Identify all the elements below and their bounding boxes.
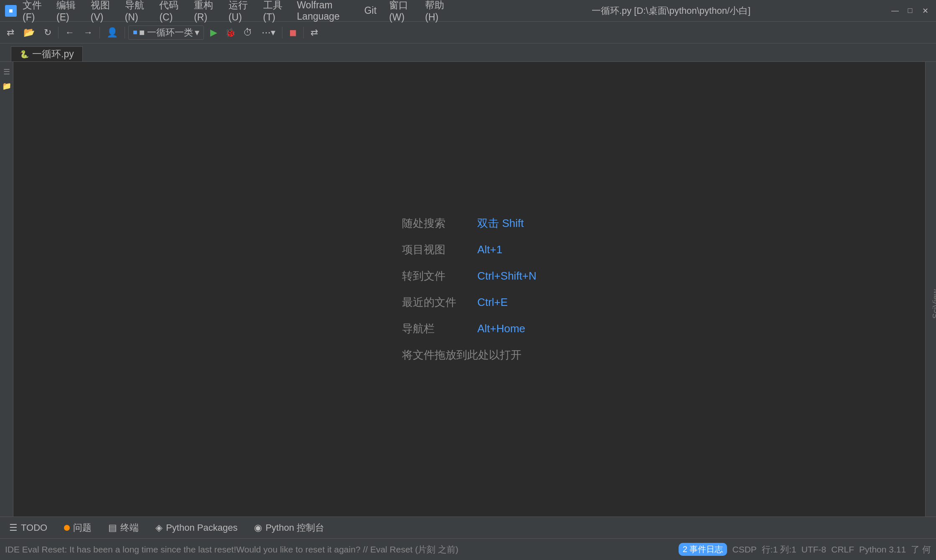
more-run-button[interactable]: ⋯▾ [258,25,279,40]
hint-label: 随处搜索 [402,216,465,231]
menu-item[interactable]: 文件(F) [17,0,50,25]
file-tab-label: 一循环.py [32,48,74,61]
bottom-cursor: 行:1 列:1 [762,544,796,555]
user-button[interactable]: 👤 [103,25,121,40]
status-tab-label: TODO [21,522,47,533]
hint-shortcut[interactable]: Alt+Home [477,322,525,335]
status-tab-label: Python Packages [166,522,237,533]
translate-button[interactable]: ⇄ [307,25,321,40]
hint-row: 将文件拖放到此处以打开 [402,348,537,362]
bottom-line-ending: CRLF [831,545,854,555]
stop-button[interactable]: ◼ [286,25,300,40]
bottom-csdp: CSDP [732,545,756,555]
status-tab-icon: ▤ [108,522,117,533]
menu-item[interactable]: 代码(C) [153,0,187,25]
menu-item[interactable]: Git [359,3,382,18]
toolbar-separator-2 [99,27,100,38]
profile-button[interactable]: ⏱ [240,25,256,40]
menu-bar: 文件(F)编辑(E)视图(V)导航(N)代码(C)重构(R)运行(U)工具(T)… [17,0,453,25]
toolbar-separator-4 [282,27,282,38]
run-config-chevron: ▾ [195,27,199,38]
bottom-bar-right: 2 事件日志 CSDP 行:1 列:1 UTF-8 CRLF Python 3.… [679,543,931,556]
hint-row: 项目视图Alt+1 [402,242,537,257]
menu-item[interactable]: 运行(U) [223,0,257,25]
hint-shortcut[interactable]: Ctrl+E [477,296,508,309]
bottom-bar: IDE Eval Reset: It has been a long time … [0,538,936,560]
toolbar-separator-5 [303,27,304,38]
maximize-button[interactable]: □ [904,5,916,17]
status-bar: ☰TODO问题▤终端◈Python Packages◉Python 控制台 [0,517,936,538]
status-tab-label: Python 控制台 [265,522,324,534]
menu-item[interactable]: 编辑(E) [51,0,84,25]
status-tab-icon: ◉ [254,522,262,533]
hint-row: 最近的文件Ctrl+E [402,295,537,310]
title-bar-right: — □ ✕ [889,5,931,17]
open-file-button[interactable]: 📂 [20,25,38,40]
sciview-label: SciView [931,289,936,319]
hint-row: 导航栏Alt+Home [402,321,537,336]
hint-shortcut[interactable]: Alt+1 [477,243,502,256]
tab-bar: 🐍 一循环.py [0,43,936,62]
run-button[interactable]: ▶ [206,25,221,40]
debug-button[interactable]: 🐞 [223,25,237,40]
status-tab-icon: ☰ [9,522,18,533]
main-layout: ☰ 📁 随处搜索双击 Shift项目视图Alt+1转到文件Ctrl+Shift+… [0,62,936,517]
menu-item[interactable]: 工具(T) [257,0,290,25]
toolbar: ⇄ 📂 ↻ ← → 👤 ■ ■ 一循环一类 ▾ ▶ 🐞 ⏱ ⋯▾ ◼ ⇄ [0,22,936,43]
menu-item[interactable]: 导航(N) [119,0,153,25]
menu-item[interactable]: 视图(V) [85,0,118,25]
status-dot [64,525,70,531]
run-config-dropdown[interactable]: ■ ■ 一循环一类 ▾ [128,25,204,40]
hint-label: 转到文件 [402,269,465,283]
hint-shortcut[interactable]: 双击 Shift [477,216,524,231]
hint-row: 随处搜索双击 Shift [402,216,537,231]
window-title: 一循环.py [D:\桌面\python\python/小白] [453,5,889,17]
title-bar: ■ 文件(F)编辑(E)视图(V)导航(N)代码(C)重构(R)运行(U)工具(… [0,0,936,22]
status-tab[interactable]: ☰TODO [5,521,51,535]
bottom-python-version: Python 3.11 [859,545,906,555]
reload-button[interactable]: ↻ [41,25,55,40]
app-icon: ■ [5,5,17,17]
right-sidebar: SciView [925,62,936,517]
status-tab-label: 问题 [73,522,92,534]
hint-label: 最近的文件 [402,295,465,310]
back-button[interactable]: ← [62,25,78,40]
hint-container: 随处搜索双击 Shift项目视图Alt+1转到文件Ctrl+Shift+N最近的… [402,216,537,362]
menu-item[interactable]: 帮助(H) [419,0,453,25]
hint-label: 导航栏 [402,321,465,336]
status-tab[interactable]: 问题 [60,520,96,536]
status-tab[interactable]: ◉Python 控制台 [250,520,328,536]
hint-row: 转到文件Ctrl+Shift+N [402,269,537,283]
toolbar-separator-3 [125,27,125,38]
sidebar-project-icon[interactable]: ☰ [1,66,13,78]
menu-item[interactable]: 窗口(W) [383,0,418,25]
left-sidebar: ☰ 📁 [0,62,13,517]
bottom-extra: 了 何 [911,544,931,555]
forward-button[interactable]: → [80,25,96,40]
run-config-label: ■ 一循环一类 [139,26,193,39]
hint-label: 项目视图 [402,242,465,257]
file-tab-main[interactable]: 🐍 一循环.py [11,46,83,61]
close-button[interactable]: ✕ [919,5,931,17]
editor-area[interactable]: 随处搜索双击 Shift项目视图Alt+1转到文件Ctrl+Shift+N最近的… [13,62,925,517]
status-tab[interactable]: ▤终端 [104,520,143,536]
menu-item[interactable]: 重构(R) [188,0,222,25]
status-tab-icon: ◈ [155,522,163,533]
event-log-badge[interactable]: 2 事件日志 [679,543,727,556]
vcs-button[interactable]: ⇄ [3,25,18,40]
menu-item[interactable]: Wolfram Language [291,0,358,24]
status-tab-label: 终端 [120,522,139,534]
bottom-encoding: UTF-8 [801,545,827,555]
run-config-icon: ■ [133,28,137,37]
bottom-bar-message: IDE Eval Reset: It has been a long time … [5,544,679,555]
toolbar-separator-1 [58,27,58,38]
python-file-icon: 🐍 [20,50,29,59]
sidebar-folder-icon[interactable]: 📁 [1,80,13,92]
minimize-button[interactable]: — [889,5,901,17]
status-tab[interactable]: ◈Python Packages [151,521,242,535]
hint-label: 将文件拖放到此处以打开 [402,348,521,362]
hint-shortcut[interactable]: Ctrl+Shift+N [477,270,537,283]
title-bar-left: ■ [5,5,17,17]
